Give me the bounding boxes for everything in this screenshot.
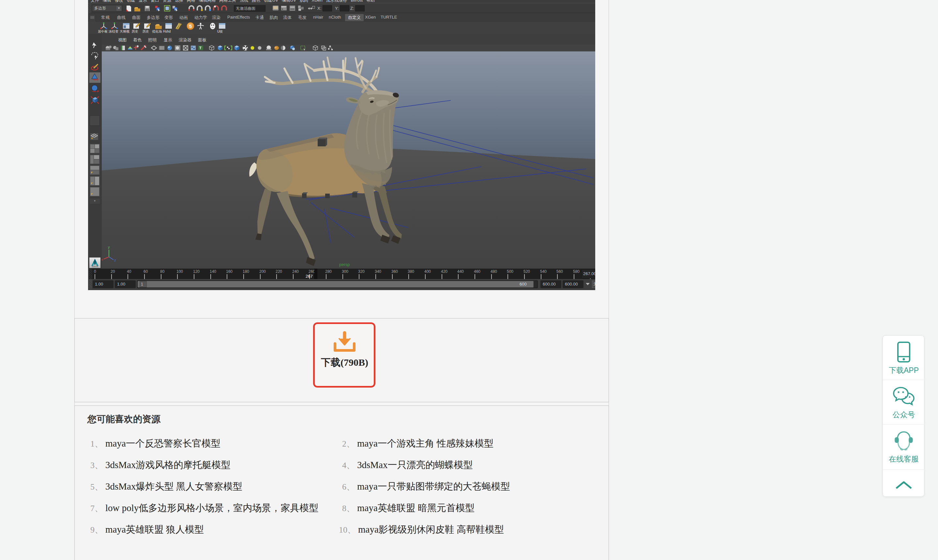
svg-text:y: y: [108, 245, 110, 249]
svg-text:MAYA: MAYA: [92, 265, 98, 268]
svg-text:T: T: [199, 46, 202, 50]
svg-text:x: x: [102, 257, 103, 262]
svg-text:z: z: [114, 258, 116, 262]
svg-text:persp: persp: [339, 262, 350, 267]
